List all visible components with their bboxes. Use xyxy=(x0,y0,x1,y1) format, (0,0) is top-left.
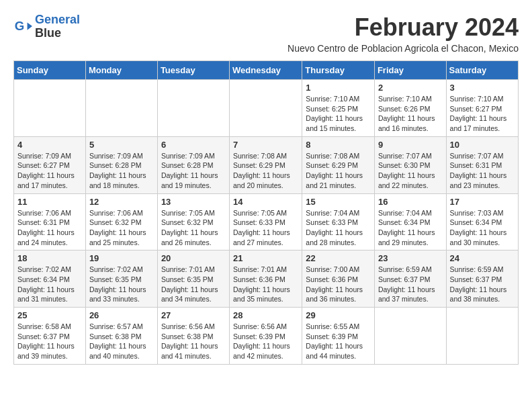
day-info: Sunrise: 7:02 AMSunset: 6:34 PMDaylight:… xyxy=(17,265,82,304)
weekday-header-friday: Friday xyxy=(374,61,446,80)
page-header: G General Blue February 2024 Nuevo Centr… xyxy=(13,13,519,54)
logo-text: General Blue xyxy=(35,13,80,40)
day-info: Sunrise: 7:08 AMSunset: 6:29 PMDaylight:… xyxy=(233,151,298,191)
calendar-cell: 13Sunrise: 7:05 AMSunset: 6:32 PMDayligh… xyxy=(157,193,229,250)
day-info: Sunrise: 7:10 AMSunset: 6:27 PMDaylight:… xyxy=(450,94,515,134)
day-number: 19 xyxy=(89,253,154,263)
calendar-week-row: 4Sunrise: 7:09 AMSunset: 6:27 PMDaylight… xyxy=(14,136,519,193)
day-info: Sunrise: 7:03 AMSunset: 6:34 PMDaylight:… xyxy=(450,208,515,248)
day-number: 13 xyxy=(161,197,226,207)
calendar-cell: 6Sunrise: 7:09 AMSunset: 6:28 PMDaylight… xyxy=(157,136,229,193)
day-number: 28 xyxy=(233,310,298,320)
calendar-cell: 21Sunrise: 7:01 AMSunset: 6:36 PMDayligh… xyxy=(230,250,302,308)
day-info: Sunrise: 7:01 AMSunset: 6:35 PMDaylight:… xyxy=(161,265,226,304)
day-info: Sunrise: 6:58 AMSunset: 6:37 PMDaylight:… xyxy=(17,322,82,361)
calendar-cell: 5Sunrise: 7:09 AMSunset: 6:28 PMDaylight… xyxy=(85,136,157,193)
logo-icon: G xyxy=(13,17,32,36)
calendar-cell: 29Sunrise: 6:55 AMSunset: 6:39 PMDayligh… xyxy=(302,308,375,365)
calendar-cell: 11Sunrise: 7:06 AMSunset: 6:31 PMDayligh… xyxy=(14,193,86,250)
day-number: 8 xyxy=(306,140,371,150)
day-info: Sunrise: 6:57 AMSunset: 6:38 PMDaylight:… xyxy=(89,322,154,361)
calendar-cell xyxy=(374,308,446,365)
title-section: February 2024 Nuevo Centro de Poblacion … xyxy=(80,13,519,54)
svg-text:G: G xyxy=(15,18,25,32)
day-number: 18 xyxy=(17,253,82,263)
day-number: 25 xyxy=(17,310,82,320)
day-info: Sunrise: 7:06 AMSunset: 6:31 PMDaylight:… xyxy=(17,208,82,248)
day-number: 12 xyxy=(89,197,154,207)
calendar-cell xyxy=(85,80,157,137)
day-info: Sunrise: 7:09 AMSunset: 6:28 PMDaylight:… xyxy=(161,151,226,191)
calendar-cell: 8Sunrise: 7:08 AMSunset: 6:29 PMDaylight… xyxy=(302,136,375,193)
calendar-cell: 22Sunrise: 7:00 AMSunset: 6:36 PMDayligh… xyxy=(302,250,375,308)
weekday-header-saturday: Saturday xyxy=(446,61,518,80)
day-info: Sunrise: 7:01 AMSunset: 6:36 PMDaylight:… xyxy=(233,265,298,304)
day-number: 5 xyxy=(89,140,154,150)
calendar-cell: 2Sunrise: 7:10 AMSunset: 6:26 PMDaylight… xyxy=(374,80,446,137)
location-title: Nuevo Centro de Poblacion Agricola el Ch… xyxy=(80,43,519,54)
day-info: Sunrise: 7:10 AMSunset: 6:25 PMDaylight:… xyxy=(306,94,371,134)
day-number: 20 xyxy=(161,253,226,263)
calendar-cell: 14Sunrise: 7:05 AMSunset: 6:33 PMDayligh… xyxy=(230,193,302,250)
day-info: Sunrise: 7:07 AMSunset: 6:30 PMDaylight:… xyxy=(378,151,443,191)
calendar-cell: 7Sunrise: 7:08 AMSunset: 6:29 PMDaylight… xyxy=(230,136,302,193)
weekday-header-tuesday: Tuesday xyxy=(157,61,229,80)
calendar-cell: 4Sunrise: 7:09 AMSunset: 6:27 PMDaylight… xyxy=(14,136,86,193)
calendar-cell: 15Sunrise: 7:04 AMSunset: 6:33 PMDayligh… xyxy=(302,193,375,250)
day-number: 14 xyxy=(233,197,298,207)
day-info: Sunrise: 7:02 AMSunset: 6:35 PMDaylight:… xyxy=(89,265,154,304)
day-number: 21 xyxy=(233,253,298,263)
day-number: 10 xyxy=(450,140,515,150)
calendar-cell: 10Sunrise: 7:07 AMSunset: 6:31 PMDayligh… xyxy=(446,136,518,193)
calendar-cell: 1Sunrise: 7:10 AMSunset: 6:25 PMDaylight… xyxy=(302,80,375,137)
calendar-cell: 23Sunrise: 6:59 AMSunset: 6:37 PMDayligh… xyxy=(374,250,446,308)
day-number: 16 xyxy=(378,197,443,207)
day-info: Sunrise: 7:10 AMSunset: 6:26 PMDaylight:… xyxy=(378,94,443,134)
day-number: 29 xyxy=(306,310,371,320)
weekday-header-wednesday: Wednesday xyxy=(230,61,302,80)
day-info: Sunrise: 7:08 AMSunset: 6:29 PMDaylight:… xyxy=(306,151,371,191)
calendar-cell: 19Sunrise: 7:02 AMSunset: 6:35 PMDayligh… xyxy=(85,250,157,308)
svg-marker-1 xyxy=(28,22,32,30)
day-number: 3 xyxy=(450,83,515,93)
day-number: 27 xyxy=(161,310,226,320)
day-number: 15 xyxy=(306,197,371,207)
calendar-table: SundayMondayTuesdayWednesdayThursdayFrid… xyxy=(13,60,519,365)
day-info: Sunrise: 7:06 AMSunset: 6:32 PMDaylight:… xyxy=(89,208,154,248)
day-number: 9 xyxy=(378,140,443,150)
weekday-header-sunday: Sunday xyxy=(14,61,86,80)
calendar-cell: 25Sunrise: 6:58 AMSunset: 6:37 PMDayligh… xyxy=(14,308,86,365)
day-number: 23 xyxy=(378,253,443,263)
day-info: Sunrise: 7:09 AMSunset: 6:27 PMDaylight:… xyxy=(17,151,82,191)
day-info: Sunrise: 7:09 AMSunset: 6:28 PMDaylight:… xyxy=(89,151,154,191)
logo: G General Blue xyxy=(13,13,80,40)
calendar-cell: 20Sunrise: 7:01 AMSunset: 6:35 PMDayligh… xyxy=(157,250,229,308)
day-info: Sunrise: 7:00 AMSunset: 6:36 PMDaylight:… xyxy=(306,265,371,304)
day-number: 4 xyxy=(17,140,82,150)
day-info: Sunrise: 7:05 AMSunset: 6:32 PMDaylight:… xyxy=(161,208,226,248)
calendar-cell xyxy=(157,80,229,137)
calendar-cell: 12Sunrise: 7:06 AMSunset: 6:32 PMDayligh… xyxy=(85,193,157,250)
day-info: Sunrise: 6:55 AMSunset: 6:39 PMDaylight:… xyxy=(306,322,371,361)
day-number: 1 xyxy=(306,83,371,93)
calendar-week-row: 25Sunrise: 6:58 AMSunset: 6:37 PMDayligh… xyxy=(14,308,519,365)
calendar-cell: 18Sunrise: 7:02 AMSunset: 6:34 PMDayligh… xyxy=(14,250,86,308)
month-year-title: February 2024 xyxy=(80,13,519,42)
day-number: 26 xyxy=(89,310,154,320)
calendar-cell: 3Sunrise: 7:10 AMSunset: 6:27 PMDaylight… xyxy=(446,80,518,137)
day-info: Sunrise: 6:56 AMSunset: 6:38 PMDaylight:… xyxy=(161,322,226,361)
calendar-week-row: 11Sunrise: 7:06 AMSunset: 6:31 PMDayligh… xyxy=(14,193,519,250)
calendar-cell: 26Sunrise: 6:57 AMSunset: 6:38 PMDayligh… xyxy=(85,308,157,365)
calendar-cell: 27Sunrise: 6:56 AMSunset: 6:38 PMDayligh… xyxy=(157,308,229,365)
calendar-week-row: 18Sunrise: 7:02 AMSunset: 6:34 PMDayligh… xyxy=(14,250,519,308)
calendar-cell xyxy=(446,308,518,365)
weekday-header-thursday: Thursday xyxy=(302,61,375,80)
day-number: 2 xyxy=(378,83,443,93)
day-info: Sunrise: 6:59 AMSunset: 6:37 PMDaylight:… xyxy=(450,265,515,304)
day-number: 17 xyxy=(450,197,515,207)
calendar-week-row: 1Sunrise: 7:10 AMSunset: 6:25 PMDaylight… xyxy=(14,80,519,137)
day-info: Sunrise: 6:56 AMSunset: 6:39 PMDaylight:… xyxy=(233,322,298,361)
calendar-cell: 28Sunrise: 6:56 AMSunset: 6:39 PMDayligh… xyxy=(230,308,302,365)
calendar-cell: 24Sunrise: 6:59 AMSunset: 6:37 PMDayligh… xyxy=(446,250,518,308)
day-info: Sunrise: 7:04 AMSunset: 6:33 PMDaylight:… xyxy=(306,208,371,248)
